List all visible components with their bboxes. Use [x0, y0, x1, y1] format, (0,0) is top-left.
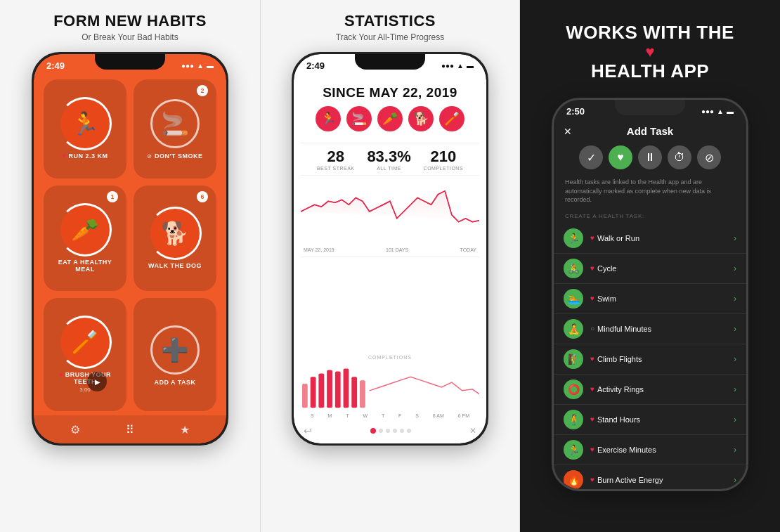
task-chevron-cycle: ›: [734, 264, 736, 273]
task-heart-cycle: ♥: [590, 264, 594, 272]
task-chevron-rings: ›: [734, 384, 736, 394]
habit-eat-label: EAT A HEALTHY MEAL: [49, 259, 121, 273]
habit-run-circle: 🏃: [60, 99, 110, 148]
task-label-mindful: ○ Mindful Minutes: [590, 325, 734, 333]
svg-rect-7: [360, 380, 365, 408]
nav-dot-3[interactable]: [386, 429, 390, 433]
panel3-title-line2: HEALTH APP: [566, 61, 734, 82]
p3-header: WORKS WITH THE ♥ HEALTH APP: [552, 13, 748, 88]
add-task-header: ✕ Add Task: [554, 119, 746, 141]
stat-completions: 210 COMPLETIONS: [424, 148, 463, 171]
chart-area: MAY 22, 2019 101 DAYS TODAY: [294, 176, 486, 352]
type-btn-check[interactable]: ✓: [579, 145, 603, 169]
habit-brush-circle: 🪥: [60, 318, 110, 367]
task-heart-swim: ♥: [590, 294, 594, 302]
task-item-swim[interactable]: 🏊 ♥ Swim ›: [554, 284, 746, 314]
phone-notch-3: [615, 100, 685, 115]
settings-icon[interactable]: ⚙: [70, 423, 80, 436]
habit-dog[interactable]: 6 🐕 WALK THE DOG: [134, 186, 216, 291]
wifi-icon-2: ▲: [457, 62, 464, 70]
phone2-bottom: ↩ ✕: [294, 418, 486, 443]
habit-smoke-marker: ⊘: [147, 153, 152, 160]
task-item-exercise[interactable]: 🏃 ♥ Exercise Minutes ›: [554, 435, 746, 465]
task-item-climb[interactable]: 🧗 ♥ Climb Flights ›: [554, 344, 746, 375]
phone-notch-2: [355, 54, 425, 70]
battery-icon: ▬: [207, 62, 214, 70]
play-button[interactable]: ▶: [87, 372, 107, 391]
status-icons-3: ●●● ▲ ▬: [701, 108, 734, 115]
svg-rect-6: [351, 377, 357, 408]
status-icons-2: ●●● ▲ ▬: [441, 62, 474, 70]
stats-numbers: 28 BEST STREAK 83.3% ALL TIME 210 COMPLE…: [301, 143, 479, 176]
nav-back-icon[interactable]: ↩: [304, 425, 312, 436]
nav-dot-5[interactable]: [400, 429, 404, 433]
habit-add[interactable]: ➕ ADD A TASK: [134, 298, 216, 411]
habit-smoke[interactable]: 2 🚬 ⊘ DON'T SMOKE: [134, 79, 216, 178]
habit-run-heart: ♥: [63, 153, 67, 160]
close-button[interactable]: ✕: [564, 126, 572, 137]
task-icon-swim: 🏊: [564, 289, 583, 309]
stat-icon-smoke: 🚬: [346, 106, 372, 131]
habit-eat[interactable]: 1 🥕 EAT A HEALTHY MEAL: [44, 186, 126, 291]
task-label-exercise: ♥ Exercise Minutes: [590, 446, 734, 454]
star-icon[interactable]: ★: [180, 423, 190, 436]
task-item-cycle[interactable]: 🚴 ♥ Cycle ›: [554, 254, 746, 284]
day-f: F: [398, 413, 401, 418]
type-btn-cancel[interactable]: ⊘: [697, 145, 721, 169]
habit-brush[interactable]: 🪥 ▶ ♥ BRUSH YOUR TEETH 3:00: [44, 298, 126, 411]
chart-divider: [301, 257, 479, 257]
signal-icon: ●●●: [181, 62, 194, 70]
task-item-burn[interactable]: 🔥 ♥ Burn Active Energy ›: [554, 465, 746, 489]
task-item-stand[interactable]: 🧍 ♥ Stand Hours ›: [554, 405, 746, 435]
task-list: 🏃 ♥ Walk or Run › 🚴 ♥ Cycle › 🏊: [554, 223, 746, 489]
nav-dot-1[interactable]: [370, 428, 376, 434]
day-6pm: 6 PM: [458, 413, 469, 418]
bar-chart-area: [301, 363, 479, 412]
panel-health: WORKS WITH THE ♥ HEALTH APP 2:50 ●●● ▲ ▬…: [520, 0, 780, 532]
task-label-cycle: ♥ Cycle: [590, 264, 734, 273]
habit-dog-ring: [148, 207, 202, 260]
habit-brush-heart: ♥: [59, 371, 63, 378]
nav-close-icon[interactable]: ✕: [469, 426, 476, 436]
habit-smoke-circle: 🚬: [150, 99, 200, 148]
task-heart-burn: ♥: [590, 476, 594, 484]
grid-icon[interactable]: ⠿: [126, 423, 134, 436]
play-icon: ▶: [95, 378, 100, 386]
wifi-icon-3: ▲: [717, 108, 724, 115]
stats-since-label: SINCE MAY 22, 2019: [301, 85, 479, 100]
task-label-walk: ♥ Walk or Run: [590, 234, 734, 242]
task-icon-burn: 🔥: [564, 470, 583, 489]
day-t1: T: [346, 413, 349, 418]
chart-date-end: TODAY: [460, 247, 476, 252]
habit-smoke-badge: 2: [197, 85, 208, 96]
habit-run[interactable]: 🏃 ♥ RUN 2.3 KM: [44, 79, 126, 178]
task-chevron-climb: ›: [734, 354, 736, 364]
phone-screen-1: 2:49 ●●● ▲ ▬ 🏃 ♥ RUN 2.3 KM: [34, 54, 226, 443]
stat-streak-label: BEST STREAK: [317, 166, 355, 171]
type-btn-heart[interactable]: ♥: [609, 145, 632, 169]
task-type-row: ✓ ♥ ⏸ ⏱ ⊘: [554, 141, 746, 175]
chart-date-mid: 101 DAYS: [386, 247, 408, 252]
stat-streak-value: 28: [317, 148, 355, 166]
stat-alltime-label: ALL TIME: [367, 166, 410, 171]
nav-dot-4[interactable]: [393, 429, 397, 433]
task-item-mindful[interactable]: 🧘 ○ Mindful Minutes ›: [554, 314, 746, 344]
habit-run-ring: [58, 97, 112, 150]
type-btn-timer[interactable]: ⏱: [668, 145, 691, 169]
task-description: Health tasks are linked to the Health ap…: [554, 175, 746, 210]
stat-icon-dog: 🐕: [408, 106, 434, 131]
task-chevron-burn: ›: [734, 475, 736, 485]
task-item-walk[interactable]: 🏃 ♥ Walk or Run ›: [554, 223, 746, 254]
habits-grid: 🏃 ♥ RUN 2.3 KM 2 🚬 ⊘ DON'T SMOKE: [34, 74, 226, 415]
habit-dog-label: WALK THE DOG: [148, 262, 202, 269]
status-time-2: 2:49: [306, 60, 325, 71]
type-btn-pause[interactable]: ⏸: [638, 145, 662, 169]
svg-rect-2: [318, 374, 324, 408]
habit-dog-circle: 🐕: [150, 209, 200, 258]
nav-dot-6[interactable]: [407, 429, 411, 433]
habit-add-icon: ➕: [161, 337, 189, 363]
battery-icon-3: ▬: [727, 108, 734, 115]
task-item-rings[interactable]: ⭕ ♥ Activity Rings ›: [554, 375, 746, 405]
nav-dot-2[interactable]: [379, 429, 383, 433]
task-icon-cycle: 🚴: [564, 259, 583, 278]
